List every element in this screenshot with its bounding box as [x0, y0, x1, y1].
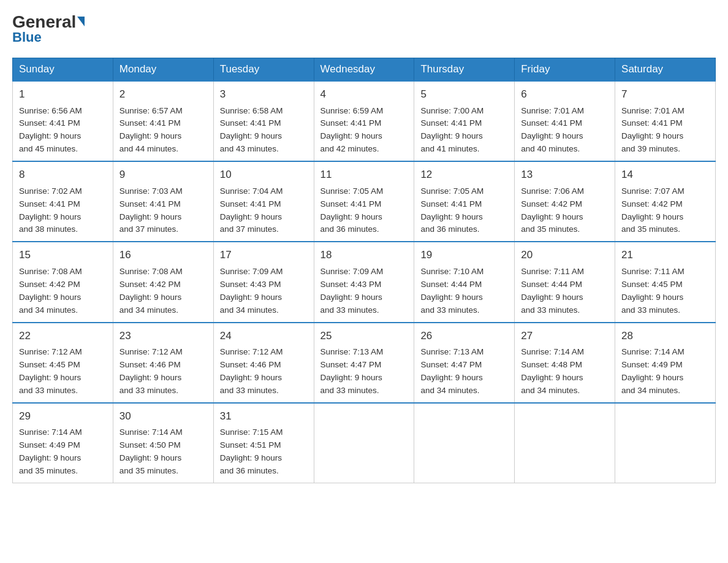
calendar-table: SundayMondayTuesdayWednesdayThursdayFrid… [12, 58, 716, 483]
day-number: 9 [119, 167, 207, 183]
cell-info: Sunrise: 7:07 AMSunset: 4:42 PMDaylight:… [621, 185, 709, 237]
cell-info: Sunrise: 7:01 AMSunset: 4:41 PMDaylight:… [621, 105, 709, 156]
calendar-cell: 1Sunrise: 6:56 AMSunset: 4:41 PMDaylight… [13, 81, 113, 161]
day-number: 1 [19, 86, 107, 102]
calendar-cell: 12Sunrise: 7:05 AMSunset: 4:41 PMDayligh… [414, 161, 515, 242]
cell-info: Sunrise: 7:09 AMSunset: 4:43 PMDaylight:… [320, 266, 408, 317]
cell-info: Sunrise: 7:08 AMSunset: 4:42 PMDaylight:… [19, 266, 107, 317]
day-number: 22 [19, 328, 107, 344]
day-number: 13 [521, 167, 609, 183]
day-number: 5 [420, 86, 508, 102]
calendar-cell: 23Sunrise: 7:12 AMSunset: 4:46 PMDayligh… [113, 323, 213, 403]
calendar-cell: 13Sunrise: 7:06 AMSunset: 4:42 PMDayligh… [515, 161, 615, 242]
calendar-day-header: Sunday [13, 58, 113, 82]
cell-info: Sunrise: 7:13 AMSunset: 4:47 PMDaylight:… [320, 346, 408, 397]
cell-info: Sunrise: 7:12 AMSunset: 4:46 PMDaylight:… [119, 346, 207, 397]
calendar-cell: 28Sunrise: 7:14 AMSunset: 4:49 PMDayligh… [615, 323, 716, 403]
calendar-cell: 26Sunrise: 7:13 AMSunset: 4:47 PMDayligh… [414, 323, 515, 403]
day-number: 29 [19, 408, 107, 424]
cell-info: Sunrise: 7:06 AMSunset: 4:42 PMDaylight:… [521, 185, 609, 237]
calendar-cell: 20Sunrise: 7:11 AMSunset: 4:44 PMDayligh… [515, 242, 615, 322]
cell-info: Sunrise: 7:05 AMSunset: 4:41 PMDaylight:… [320, 185, 408, 237]
calendar-cell: 5Sunrise: 7:00 AMSunset: 4:41 PMDaylight… [414, 81, 515, 161]
calendar-cell: 18Sunrise: 7:09 AMSunset: 4:43 PMDayligh… [314, 242, 414, 322]
cell-info: Sunrise: 7:08 AMSunset: 4:42 PMDaylight:… [119, 266, 207, 317]
cell-info: Sunrise: 7:14 AMSunset: 4:49 PMDaylight:… [621, 346, 709, 397]
calendar-cell [314, 403, 414, 483]
cell-info: Sunrise: 7:00 AMSunset: 4:41 PMDaylight:… [420, 105, 508, 156]
day-number: 27 [521, 328, 609, 344]
calendar-day-header: Monday [113, 58, 213, 82]
calendar-cell: 11Sunrise: 7:05 AMSunset: 4:41 PMDayligh… [314, 161, 414, 242]
day-number: 25 [320, 328, 408, 344]
calendar-cell: 24Sunrise: 7:12 AMSunset: 4:46 PMDayligh… [213, 323, 314, 403]
day-number: 24 [220, 328, 308, 344]
calendar-cell: 10Sunrise: 7:04 AMSunset: 4:41 PMDayligh… [213, 161, 314, 242]
calendar-week-row: 29Sunrise: 7:14 AMSunset: 4:49 PMDayligh… [13, 403, 716, 483]
cell-info: Sunrise: 7:11 AMSunset: 4:44 PMDaylight:… [521, 266, 609, 317]
day-number: 10 [220, 167, 308, 183]
calendar-week-row: 1Sunrise: 6:56 AMSunset: 4:41 PMDaylight… [13, 81, 716, 161]
day-number: 23 [119, 328, 207, 344]
logo: General Blue [12, 12, 85, 45]
calendar-cell: 14Sunrise: 7:07 AMSunset: 4:42 PMDayligh… [615, 161, 716, 242]
day-number: 8 [19, 167, 107, 183]
day-number: 4 [320, 86, 408, 102]
calendar-cell: 7Sunrise: 7:01 AMSunset: 4:41 PMDaylight… [615, 81, 716, 161]
day-number: 16 [119, 247, 207, 263]
day-number: 28 [621, 328, 709, 344]
calendar-cell: 30Sunrise: 7:14 AMSunset: 4:50 PMDayligh… [113, 403, 213, 483]
day-number: 11 [320, 167, 408, 183]
calendar-cell: 27Sunrise: 7:14 AMSunset: 4:48 PMDayligh… [515, 323, 615, 403]
calendar-day-header: Tuesday [213, 58, 314, 82]
page-header: General Blue [12, 12, 716, 45]
cell-info: Sunrise: 6:58 AMSunset: 4:41 PMDaylight:… [220, 105, 308, 156]
calendar-cell: 3Sunrise: 6:58 AMSunset: 4:41 PMDaylight… [213, 81, 314, 161]
cell-info: Sunrise: 7:14 AMSunset: 4:50 PMDaylight:… [119, 426, 207, 478]
day-number: 19 [420, 247, 508, 263]
logo-blue: Blue [12, 29, 42, 45]
cell-info: Sunrise: 7:04 AMSunset: 4:41 PMDaylight:… [220, 185, 308, 237]
day-number: 21 [621, 247, 709, 263]
calendar-cell: 29Sunrise: 7:14 AMSunset: 4:49 PMDayligh… [13, 403, 113, 483]
calendar-week-row: 15Sunrise: 7:08 AMSunset: 4:42 PMDayligh… [13, 242, 716, 322]
calendar-cell [615, 403, 716, 483]
calendar-cell: 21Sunrise: 7:11 AMSunset: 4:45 PMDayligh… [615, 242, 716, 322]
day-number: 18 [320, 247, 408, 263]
day-number: 17 [220, 247, 308, 263]
cell-info: Sunrise: 7:15 AMSunset: 4:51 PMDaylight:… [220, 426, 308, 478]
cell-info: Sunrise: 7:02 AMSunset: 4:41 PMDaylight:… [19, 185, 107, 237]
calendar-week-row: 22Sunrise: 7:12 AMSunset: 4:45 PMDayligh… [13, 323, 716, 403]
cell-info: Sunrise: 6:56 AMSunset: 4:41 PMDaylight:… [19, 105, 107, 156]
cell-info: Sunrise: 7:12 AMSunset: 4:46 PMDaylight:… [220, 346, 308, 397]
day-number: 15 [19, 247, 107, 263]
calendar-header-row: SundayMondayTuesdayWednesdayThursdayFrid… [13, 58, 716, 82]
calendar-cell: 31Sunrise: 7:15 AMSunset: 4:51 PMDayligh… [213, 403, 314, 483]
cell-info: Sunrise: 6:59 AMSunset: 4:41 PMDaylight:… [320, 105, 408, 156]
calendar-cell [515, 403, 615, 483]
calendar-cell: 15Sunrise: 7:08 AMSunset: 4:42 PMDayligh… [13, 242, 113, 322]
cell-info: Sunrise: 7:01 AMSunset: 4:41 PMDaylight:… [521, 105, 609, 156]
day-number: 7 [621, 86, 709, 102]
cell-info: Sunrise: 7:12 AMSunset: 4:45 PMDaylight:… [19, 346, 107, 397]
calendar-cell: 2Sunrise: 6:57 AMSunset: 4:41 PMDaylight… [113, 81, 213, 161]
cell-info: Sunrise: 7:13 AMSunset: 4:47 PMDaylight:… [420, 346, 508, 397]
day-number: 12 [420, 167, 508, 183]
day-number: 14 [621, 167, 709, 183]
day-number: 30 [119, 408, 207, 424]
calendar-cell: 9Sunrise: 7:03 AMSunset: 4:41 PMDaylight… [113, 161, 213, 242]
calendar-cell: 25Sunrise: 7:13 AMSunset: 4:47 PMDayligh… [314, 323, 414, 403]
cell-info: Sunrise: 7:03 AMSunset: 4:41 PMDaylight:… [119, 185, 207, 237]
calendar-day-header: Wednesday [314, 58, 414, 82]
cell-info: Sunrise: 7:14 AMSunset: 4:48 PMDaylight:… [521, 346, 609, 397]
cell-info: Sunrise: 6:57 AMSunset: 4:41 PMDaylight:… [119, 105, 207, 156]
day-number: 3 [220, 86, 308, 102]
cell-info: Sunrise: 7:14 AMSunset: 4:49 PMDaylight:… [19, 426, 107, 478]
day-number: 31 [220, 408, 308, 424]
day-number: 26 [420, 328, 508, 344]
calendar-day-header: Thursday [414, 58, 515, 82]
day-number: 2 [119, 86, 207, 102]
calendar-cell: 4Sunrise: 6:59 AMSunset: 4:41 PMDaylight… [314, 81, 414, 161]
calendar-week-row: 8Sunrise: 7:02 AMSunset: 4:41 PMDaylight… [13, 161, 716, 242]
day-number: 20 [521, 247, 609, 263]
